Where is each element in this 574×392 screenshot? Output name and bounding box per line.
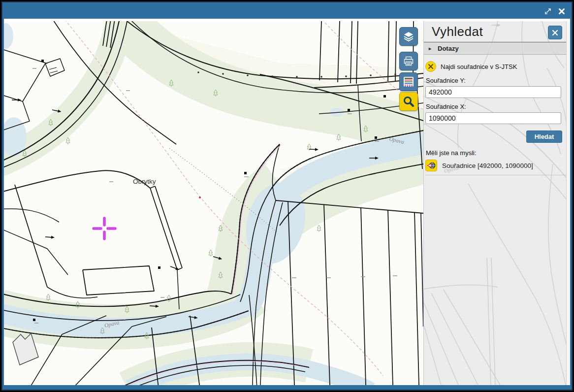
content-area: Obrytky Opava Opava — [4, 19, 570, 385]
search-tool-button[interactable] — [399, 92, 418, 111]
coordinate-tool-icon — [425, 61, 436, 72]
close-icon — [558, 8, 565, 15]
suggestion-heading: Měli jste na mysli: — [426, 149, 570, 157]
layers-button[interactable] — [399, 27, 418, 46]
map-area: Obrytky Opava Opava — [4, 21, 423, 385]
coordinate-result-icon — [425, 160, 437, 171]
chevron-right-icon: ▸ — [429, 46, 431, 51]
search-submit-button[interactable]: Hledat — [526, 131, 562, 143]
close-icon — [551, 29, 559, 36]
window-titlebar — [2, 2, 572, 19]
panel-header: Vyhledat — [424, 21, 570, 39]
suggestion-item[interactable]: Souřadnice [492000, 1090000] — [425, 160, 566, 175]
coord-y-label: Souřadnice Y: — [426, 77, 570, 84]
layers-icon — [403, 31, 415, 42]
coord-y-input[interactable] — [425, 86, 561, 98]
active-query-row: Najdi souřadnice v S-JTSK — [425, 61, 570, 72]
map-toolbar — [399, 27, 418, 111]
legend-button[interactable] — [399, 72, 418, 91]
search-button-row: Hledat — [424, 131, 562, 143]
open-in-new-window-button[interactable] — [543, 7, 553, 15]
app-window: Obrytky Opava Opava — [2, 2, 572, 390]
open-in-new-icon — [544, 7, 552, 15]
search-panel: Opava Vyhledat ▸ Dotazy — [423, 21, 570, 385]
search-panel-content: Vyhledat ▸ Dotazy Najdi — [424, 21, 570, 385]
suggestion-text: Souřadnice [492000, 1090000] — [442, 162, 533, 169]
map-canvas[interactable]: Obrytky Opava Opava — [4, 21, 423, 385]
legend-icon — [402, 75, 415, 88]
panel-title: Vyhledat — [432, 24, 483, 39]
coord-x-input[interactable] — [425, 112, 561, 124]
window-close-button[interactable] — [557, 7, 567, 15]
queries-section-header[interactable]: ▸ Dotazy — [424, 42, 570, 55]
printer-icon — [403, 55, 415, 67]
panel-close-button[interactable] — [548, 26, 562, 39]
coord-x-label: Souřadnice X: — [426, 103, 570, 110]
screenshot-root: Obrytky Opava Opava — [0, 0, 574, 392]
window-frame: Obrytky Opava Opava — [1, 1, 573, 391]
coordinate-tool-label: Najdi souřadnice v S-JTSK — [441, 63, 517, 70]
magnifier-icon — [402, 95, 415, 108]
print-button[interactable] — [399, 52, 418, 70]
panel-scrollbar[interactable] — [566, 21, 570, 385]
place-label: Obrytky — [133, 178, 156, 185]
queries-section-label: Dotazy — [438, 45, 459, 52]
